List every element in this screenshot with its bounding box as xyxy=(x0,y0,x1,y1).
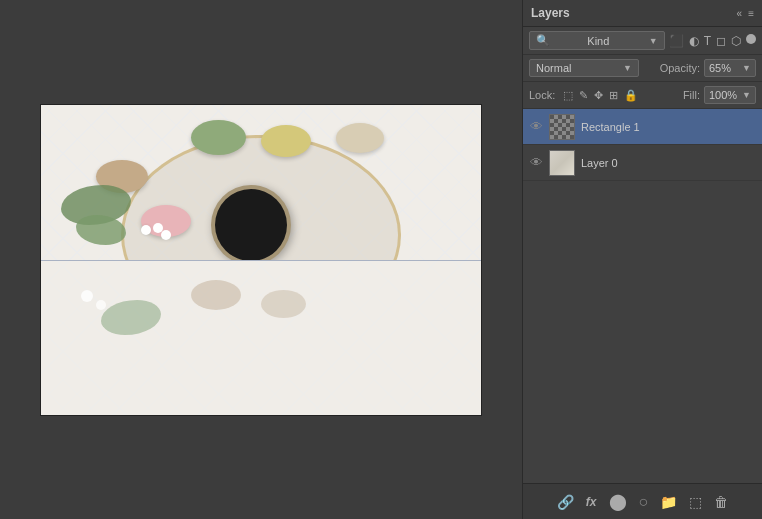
panel-header-icons: « ≡ xyxy=(737,8,754,19)
blend-chevron: ▼ xyxy=(623,63,632,73)
blend-mode-value: Normal xyxy=(536,62,571,74)
layer-visibility-icon[interactable]: 👁 xyxy=(529,155,543,170)
image-thumb xyxy=(550,151,574,175)
blend-opacity-row: Normal ▼ Opacity: 65% ▼ xyxy=(523,55,762,82)
new-layer-icon[interactable]: ⬚ xyxy=(689,494,702,510)
kind-filter-row: 🔍 Kind ▼ ⬛ ◐ T ◻ ⬡ xyxy=(523,27,762,55)
collapse-icon[interactable]: « xyxy=(737,8,743,19)
group-icon[interactable]: 📁 xyxy=(660,494,677,510)
fill-chevron: ▼ xyxy=(742,90,751,100)
blend-mode-dropdown[interactable]: Normal ▼ xyxy=(529,59,639,77)
panel-header: Layers « ≡ xyxy=(523,0,762,27)
lock-label: Lock: xyxy=(529,89,555,101)
smart-filter-icon[interactable]: ⬡ xyxy=(731,34,741,48)
panel-menu-icon[interactable]: ≡ xyxy=(748,8,754,19)
shape-filter-icon[interactable]: ◻ xyxy=(716,34,726,48)
panel-title: Layers xyxy=(531,6,570,20)
opacity-label: Opacity: xyxy=(660,62,700,74)
extra-filter-icon[interactable] xyxy=(746,34,756,44)
kind-chevron: ▼ xyxy=(649,36,658,46)
fill-label: Fill: xyxy=(683,89,700,101)
layer-thumbnail xyxy=(549,114,575,140)
layers-list: 👁 Rectangle 1 👁 Layer 0 xyxy=(523,109,762,483)
link-icon[interactable]: 🔗 xyxy=(557,494,574,510)
kind-dropdown[interactable]: 🔍 Kind ▼ xyxy=(529,31,665,50)
adjust-filter-icon[interactable]: ◐ xyxy=(689,34,699,48)
mask-icon[interactable]: ○ xyxy=(639,493,649,511)
opacity-input[interactable]: 65% ▼ xyxy=(704,59,756,77)
delete-icon[interactable]: 🗑 xyxy=(714,494,728,510)
lock-all-icon[interactable]: 🔒 xyxy=(624,89,638,102)
filter-icons: ⬛ ◐ T ◻ ⬡ xyxy=(669,34,756,48)
layer-visibility-icon[interactable]: 👁 xyxy=(529,119,543,134)
adjustment-layer-icon[interactable]: ⬤ xyxy=(609,492,627,511)
fill-input[interactable]: 100% ▼ xyxy=(704,86,756,104)
type-filter-icon[interactable]: T xyxy=(704,34,711,48)
layer-item[interactable]: 👁 Rectangle 1 xyxy=(523,109,762,145)
kind-label: Kind xyxy=(587,35,609,47)
opacity-chevron: ▼ xyxy=(742,63,751,73)
layer-name: Rectangle 1 xyxy=(581,121,756,133)
canvas-area xyxy=(0,0,522,519)
layer-item[interactable]: 👁 Layer 0 xyxy=(523,145,762,181)
layers-bottom-toolbar: 🔗 fx ⬤ ○ 📁 ⬚ 🗑 xyxy=(523,483,762,519)
image-canvas xyxy=(41,105,481,415)
layer-name: Layer 0 xyxy=(581,157,756,169)
checkerboard-thumb xyxy=(550,115,574,139)
lock-transparent-icon[interactable]: ⬚ xyxy=(563,89,573,102)
lock-icons: ⬚ ✎ ✥ ⊞ 🔒 xyxy=(563,89,638,102)
opacity-value-text: 65% xyxy=(709,62,731,74)
layers-panel: Layers « ≡ 🔍 Kind ▼ ⬛ ◐ T ◻ ⬡ Normal ▼ O… xyxy=(522,0,762,519)
image-filter-icon[interactable]: ⬛ xyxy=(669,34,684,48)
lock-artboard-icon[interactable]: ⊞ xyxy=(609,89,618,102)
lock-fill-row: Lock: ⬚ ✎ ✥ ⊞ 🔒 Fill: 100% ▼ xyxy=(523,82,762,109)
fill-value-text: 100% xyxy=(709,89,737,101)
fx-icon[interactable]: fx xyxy=(586,495,597,509)
fill-section: Fill: 100% ▼ xyxy=(683,86,756,104)
opacity-section: Opacity: 65% ▼ xyxy=(660,59,756,77)
layer-thumbnail xyxy=(549,150,575,176)
lock-image-icon[interactable]: ✎ xyxy=(579,89,588,102)
lock-position-icon[interactable]: ✥ xyxy=(594,89,603,102)
